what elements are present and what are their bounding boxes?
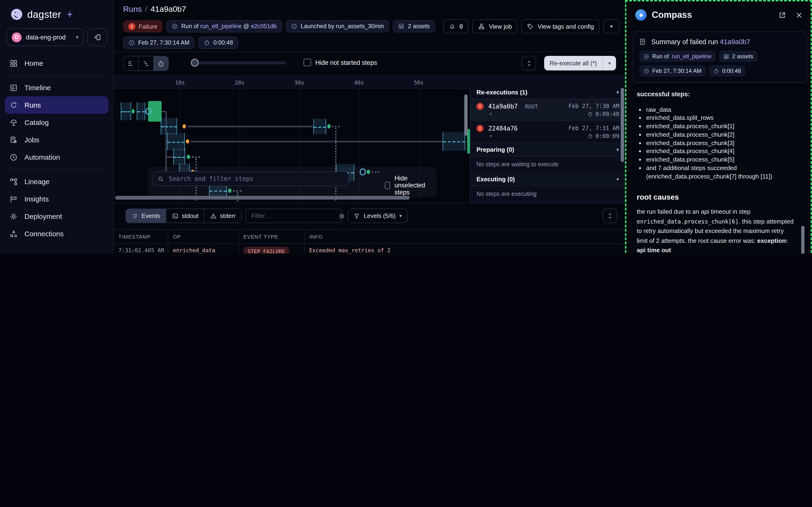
run-id[interactable]: 41a9a0b7: [488, 103, 518, 110]
step-marker-green[interactable]: [186, 154, 191, 160]
nav-label: Insights: [24, 195, 49, 203]
sidebar-item-jobs[interactable]: Jobs: [5, 131, 109, 149]
tab-events[interactable]: Events: [126, 209, 166, 223]
dependency-line: [166, 156, 174, 158]
gantt-vertical-scrollbar[interactable]: [464, 95, 468, 136]
breadcrumb-runs-link[interactable]: Runs: [123, 5, 142, 14]
run-of-chip[interactable]: Run of run_etl_pipeline @ e2c051db: [166, 20, 282, 33]
sidebar-item-home[interactable]: Home: [5, 54, 109, 72]
app-logo[interactable]: dagster+: [0, 0, 113, 21]
nav-label: Automation: [24, 153, 60, 161]
col-timestamp: TIMESTAMP: [118, 234, 151, 239]
sidebar-item-runs[interactable]: Runs: [5, 96, 109, 114]
run-steps: *: [489, 134, 492, 140]
run-time-row: Feb 27, 7:30:14 AM 0:00:48: [123, 37, 238, 49]
flat-view-button[interactable]: [123, 56, 139, 70]
view-job-button[interactable]: View job: [473, 19, 518, 33]
run-summary-card[interactable]: Summary of failed run 41a9a0b7 Run of ru…: [633, 32, 807, 83]
levels-dropdown[interactable]: Levels (5/6) ▾: [348, 209, 408, 223]
list-item: enriched_data.process_chunk[3]: [646, 139, 794, 147]
reexecution-run[interactable]: !22484a76Feb 27, 7:31 AM*0:00:09: [470, 121, 625, 143]
zoom-slider-knob[interactable]: [191, 59, 199, 67]
sidebar-item-catalog[interactable]: Catalog: [5, 114, 109, 131]
timer-icon: [157, 60, 164, 67]
target-icon: [643, 53, 649, 59]
summary-chip: 2 assets: [719, 51, 757, 62]
hide-unselected-checkbox[interactable]: [385, 181, 390, 189]
section-header-preparing-0-[interactable]: Preparing (0)▾: [470, 143, 625, 156]
breadcrumb-separator: /: [145, 5, 147, 14]
commit-link[interactable]: e2c051db: [251, 23, 277, 30]
waterfall-view-button[interactable]: [139, 56, 154, 70]
term-icon: [172, 213, 178, 219]
reexecute-all-label[interactable]: Re-execute all (*): [544, 56, 602, 70]
hide-not-started-toggle[interactable]: Hide not started steps: [304, 59, 377, 66]
close-icon[interactable]: [795, 11, 803, 19]
step-marker-orange[interactable]: [185, 138, 190, 145]
sidebar-item-connections[interactable]: Connections: [5, 225, 109, 242]
step-marker-orange[interactable]: [182, 123, 187, 129]
list-item: enriched_data.process_chunk[4]: [646, 147, 794, 156]
log-filter-input[interactable]: [251, 212, 335, 220]
step-bar-pending[interactable]: [137, 102, 145, 120]
sort-icon: [526, 60, 532, 66]
sidebar-item-deployment[interactable]: Deployment: [5, 208, 109, 225]
sort-icon: [607, 213, 613, 219]
assets-chip[interactable]: 2 assets: [393, 20, 435, 33]
step-bar-pending[interactable]: [121, 102, 131, 120]
step-marker-green[interactable]: [130, 108, 136, 114]
run-duration: 0:00:09: [588, 133, 619, 139]
reexecute-dropdown[interactable]: ▾: [602, 56, 616, 70]
step-marker-green[interactable]: [326, 123, 331, 129]
tab-stdout[interactable]: stdout: [166, 209, 205, 223]
insights-icon: [9, 195, 18, 203]
sidebar-item-lineage[interactable]: Lineage: [5, 173, 109, 190]
log-sort-button[interactable]: [603, 209, 617, 223]
sidebar-item-insights[interactable]: Insights: [5, 190, 109, 208]
gantt-sort-button[interactable]: [522, 56, 536, 70]
start-time-chip: Feb 27, 7:30:14 AM: [123, 37, 195, 49]
reexecute-all-button[interactable]: Re-execute all (*) ▾: [544, 56, 616, 70]
gantt-toolbar: Hide not started steps Re-execute all (*…: [123, 56, 619, 70]
stopwatch-icon: [713, 68, 719, 74]
step-bar-pending[interactable]: [161, 118, 177, 135]
tab-stderr[interactable]: stderr: [204, 209, 241, 223]
more-actions-button[interactable]: ▾: [603, 19, 619, 33]
sidebar-collapse-button[interactable]: [88, 28, 107, 46]
run-id[interactable]: 22484a76: [488, 125, 518, 132]
log-filter-field[interactable]: ⊗: [245, 209, 342, 223]
gantt-horizontal-scrollbar[interactable]: [115, 196, 410, 200]
clear-filter-icon[interactable]: ⊗: [339, 212, 345, 220]
step-search-field[interactable]: [152, 171, 349, 186]
org-selector[interactable]: D data-eng-prod ▾: [7, 28, 84, 46]
hide-not-started-checkbox[interactable]: [304, 59, 311, 66]
reexecutions-header[interactable]: Re-executions (1)▾: [470, 86, 625, 99]
pipeline-link[interactable]: run_etl_pipeline: [200, 23, 242, 30]
step-bar-pending[interactable]: [167, 133, 185, 150]
nav-label: Deployment: [24, 212, 62, 220]
alerts-button[interactable]: 0: [443, 19, 469, 33]
summary-run-link[interactable]: 41a9a0b7: [720, 38, 750, 46]
hide-unselected-toggle[interactable]: Hide unselected steps: [385, 175, 437, 196]
step-bar-pending[interactable]: [173, 149, 185, 165]
reexecution-run[interactable]: !41a9a0b7ROOTFeb 27, 7:30 AM*0:00:48: [470, 99, 625, 121]
timed-view-button[interactable]: [154, 56, 168, 70]
flat-list-icon: [127, 60, 134, 67]
step-search-input[interactable]: [168, 175, 343, 183]
clock-icon: [291, 23, 297, 30]
step-bar-pending[interactable]: [313, 119, 326, 134]
event-op[interactable]: enriched_data ↳process_chunk[6 ]: [173, 247, 238, 253]
open-in-new-icon[interactable]: [778, 11, 786, 19]
zoom-slider[interactable]: [192, 61, 286, 64]
sidebar-item-timeline[interactable]: Timeline: [5, 79, 109, 96]
section-header-executing-0-[interactable]: Executing (0)▾: [470, 173, 625, 186]
compass-scrollbar[interactable]: [801, 226, 805, 253]
view-tags-config-button[interactable]: View tags and config: [521, 19, 600, 33]
reexecutions-scrollbar[interactable]: [621, 88, 624, 162]
event-row[interactable]: 7:31:02.405 AMenriched_data ↳process_chu…: [114, 244, 625, 253]
step-bar-pending[interactable]: [443, 132, 465, 151]
brand-plus: +: [67, 8, 73, 20]
hide-unselected-label: Hide unselected steps: [394, 175, 437, 196]
bell-icon: [448, 23, 455, 30]
sidebar-item-automation[interactable]: Automation: [5, 149, 109, 166]
